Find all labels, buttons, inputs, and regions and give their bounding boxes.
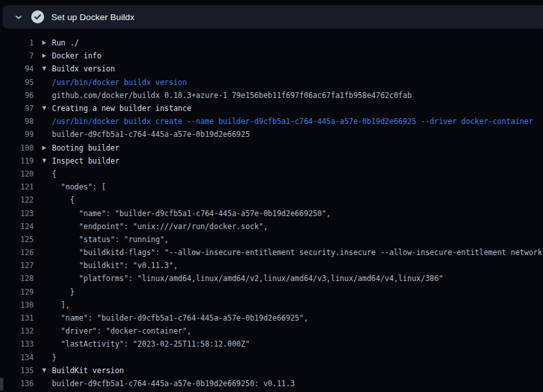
triangle-right-icon[interactable]: ▶ xyxy=(42,40,46,45)
line-number[interactable]: 133 xyxy=(0,339,34,349)
log-line: 99builder-d9cfb5a1-c764-445a-a57e-0b19d2… xyxy=(0,128,543,141)
log-line: 123 "name": "builder-d9cfb5a1-c764-445a-… xyxy=(0,206,543,219)
scrollbar-thumb[interactable] xyxy=(0,378,3,391)
output-text: "buildkitd-flags": "--allow-insecure-ent… xyxy=(52,248,543,257)
command-text: /usr/bin/docker buildx version xyxy=(52,78,187,87)
line-number[interactable]: 95 xyxy=(0,78,34,87)
output-text: "name": "builder-d9cfb5a1-c764-445a-a57e… xyxy=(52,313,309,323)
log-line: 1▶Run ./ xyxy=(0,36,543,49)
triangle-down-icon[interactable]: ▼ xyxy=(42,158,46,164)
log-line: 125 "status": "running", xyxy=(0,233,543,246)
log-line: 96github.com/docker/buildx 0.10.3+azure-… xyxy=(0,89,543,102)
line-number[interactable]: 127 xyxy=(0,261,34,270)
line-number[interactable]: 119 xyxy=(0,156,34,165)
output-text: { xyxy=(52,195,75,204)
log-line: 94▼Buildx version xyxy=(0,62,543,75)
group-title[interactable]: Creating a new builder instance xyxy=(52,104,192,113)
gutter: ▼ xyxy=(34,106,52,111)
log-line: 124 "endpoint": "unix:///var/run/docker.… xyxy=(0,220,543,233)
log-line: 122 { xyxy=(0,193,543,206)
log-line: 130 ], xyxy=(0,299,543,312)
triangle-right-icon[interactable]: ▶ xyxy=(42,145,46,151)
gutter: ▼ xyxy=(34,66,52,71)
group-title[interactable]: Booting builder xyxy=(52,143,120,153)
command-text: /usr/bin/docker buildx create --name bui… xyxy=(52,117,533,126)
line-number[interactable]: 125 xyxy=(0,235,34,244)
actions-log-viewer: Set up Docker Buildx 1▶Run ./7▶Docker in… xyxy=(0,0,543,392)
line-number[interactable]: 132 xyxy=(0,326,34,336)
line-number[interactable]: 135 xyxy=(0,366,34,375)
gutter: ▶ xyxy=(34,145,52,151)
output-text: "platforms": "linux/amd64,linux/amd64/v2… xyxy=(52,274,443,283)
line-number[interactable]: 100 xyxy=(0,143,34,153)
output-text: "name": "builder-d9cfb5a1-c764-445a-a57e… xyxy=(52,209,331,218)
group-title[interactable]: Inspect builder xyxy=(52,156,120,165)
group-title[interactable]: Docker info xyxy=(52,51,101,60)
log-line: 132 "driver": "docker-container", xyxy=(0,325,543,337)
triangle-right-icon[interactable]: ▶ xyxy=(42,53,46,58)
log-line: 129 } xyxy=(0,286,543,299)
gutter: ▼ xyxy=(34,158,52,164)
log-line: 128 "platforms": "linux/amd64,linux/amd6… xyxy=(0,272,543,285)
line-number[interactable]: 126 xyxy=(0,248,34,257)
output-text: "status": "running", xyxy=(52,235,169,244)
line-number[interactable]: 120 xyxy=(0,169,34,178)
output-text: } xyxy=(52,288,75,297)
output-text: "lastActivity": "2023-02-25T11:58:12.000… xyxy=(52,339,250,349)
output-text: github.com/docker/buildx 0.10.3+azure-1 … xyxy=(52,91,412,100)
output-text: builder-d9cfb5a1-c764-445a-a57e-0b19d2e6… xyxy=(52,130,250,139)
log-line: 120{ xyxy=(0,167,543,180)
group-title[interactable]: Run ./ xyxy=(52,38,79,47)
triangle-down-icon[interactable]: ▼ xyxy=(42,66,46,71)
line-number[interactable]: 1 xyxy=(0,38,34,47)
triangle-down-icon[interactable]: ▼ xyxy=(42,106,46,111)
line-number[interactable]: 7 xyxy=(0,51,34,60)
line-number[interactable]: 130 xyxy=(0,300,34,310)
log-line: 100▶Booting builder xyxy=(0,141,543,154)
line-number[interactable]: 129 xyxy=(0,288,34,297)
line-number[interactable]: 98 xyxy=(0,117,34,126)
line-number[interactable]: 122 xyxy=(0,195,34,204)
line-number[interactable]: 121 xyxy=(0,182,34,191)
line-number[interactable]: 96 xyxy=(0,91,34,100)
output-text: ], xyxy=(52,300,70,310)
line-number[interactable]: 94 xyxy=(0,64,34,73)
line-number[interactable]: 124 xyxy=(0,222,34,231)
log-line: 119▼Inspect builder xyxy=(0,154,543,167)
log-line: 133 "lastActivity": "2023-02-25T11:58:12… xyxy=(0,337,543,350)
log-line: 121 "nodes": [ xyxy=(0,180,543,193)
output-text: "endpoint": "unix:///var/run/docker.sock… xyxy=(52,222,268,231)
step-header[interactable]: Set up Docker Buildx xyxy=(3,5,543,29)
triangle-down-icon[interactable]: ▼ xyxy=(42,368,46,373)
output-text: { xyxy=(52,169,57,178)
line-number[interactable]: 134 xyxy=(0,353,34,362)
group-title[interactable]: BuildKit version xyxy=(52,366,124,375)
log-line: 134} xyxy=(0,351,543,364)
log-line: 135▼BuildKit version xyxy=(0,364,543,377)
chevron-down-icon[interactable] xyxy=(14,13,23,21)
log-line: 98/usr/bin/docker buildx create --name b… xyxy=(0,115,543,128)
check-circle-success-icon xyxy=(31,10,44,23)
line-number[interactable]: 136 xyxy=(0,379,34,388)
output-text: "buildkit": "v0.11.3", xyxy=(52,261,178,270)
log-line: 97▼Creating a new builder instance xyxy=(0,102,543,115)
line-number[interactable]: 128 xyxy=(0,274,34,283)
log-line: 95/usr/bin/docker buildx version xyxy=(0,76,543,89)
step-title: Set up Docker Buildx xyxy=(51,12,134,22)
group-title[interactable]: Buildx version xyxy=(52,64,115,73)
log-line: 136builder-d9cfb5a1-c764-445a-a57e-0b19d… xyxy=(0,377,543,390)
output-text: builder-d9cfb5a1-c764-445a-a57e-0b19d2e6… xyxy=(52,379,295,388)
line-number[interactable]: 131 xyxy=(0,313,34,323)
log-line: 127 "buildkit": "v0.11.3", xyxy=(0,259,543,272)
output-text: "nodes": [ xyxy=(52,182,106,191)
gutter: ▼ xyxy=(34,368,52,373)
output-text: } xyxy=(52,353,57,362)
log-line: 131 "name": "builder-d9cfb5a1-c764-445a-… xyxy=(0,312,543,325)
line-number[interactable]: 97 xyxy=(0,104,34,113)
line-number[interactable]: 99 xyxy=(0,130,34,139)
line-number[interactable]: 123 xyxy=(0,209,34,218)
log-line: 7▶Docker info xyxy=(0,49,543,62)
output-text: "driver": "docker-container", xyxy=(52,326,192,336)
gutter: ▶ xyxy=(34,53,52,58)
log-line: 126 "buildkitd-flags": "--allow-insecure… xyxy=(0,246,543,259)
